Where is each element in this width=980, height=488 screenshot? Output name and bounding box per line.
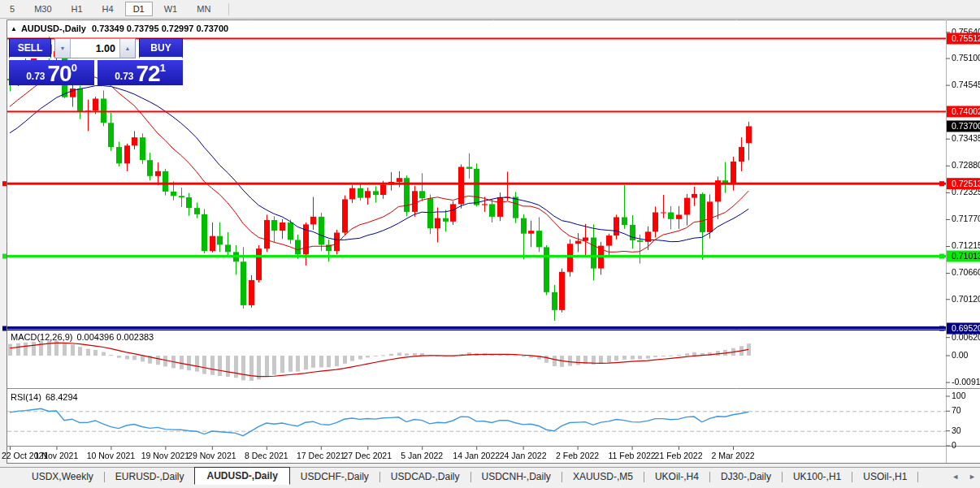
rsi-name: RSI(14) [11,392,41,402]
macd-values: 0.004396 0.002383 [76,332,154,342]
rsi-indicator-label: RSI(14)68.4294 [11,392,78,402]
buy-button[interactable]: BUY [139,38,183,58]
sell-price-prefix: 0.73 [26,68,45,84]
toolbar-divider [228,3,229,15]
symbol-tab-eurusd-daily[interactable]: EURUSD-,Daily [105,469,195,485]
timeframe-button-h1[interactable]: H1 [63,2,91,16]
symbol-tab-uk100-h1[interactable]: UK100-,H1 [783,469,852,485]
trade-panel-quote-row: 0.73 70 0 0.73 72 1 [9,60,183,85]
sell-price-display[interactable]: 0.73 70 0 [9,60,94,85]
symbol-tab-usdx-weekly[interactable]: USDX,Weekly [21,469,104,485]
tab-scroll-arrows: ◄ ► [952,473,976,481]
volume-increase-button[interactable]: ▲ [119,39,135,58]
rsi-value: 68.4294 [46,392,78,402]
sell-price-pips: 70 [47,63,71,84]
symbol-tab-usdcad-daily[interactable]: USDCAD-,Daily [380,469,470,485]
chart-title-marker-icon: ▲ [11,25,17,32]
buy-price-pips: 72 [136,63,159,84]
symbol-tab-audusd-daily[interactable]: AUDUSD-,Daily [194,467,289,485]
timeframe-button-mn[interactable]: MN [189,2,219,16]
chart-symbol-period: AUDUSD-,Daily [21,24,86,33]
volume-input[interactable] [71,39,119,58]
symbol-tab-usoil-h1[interactable]: USOil-,H1 [852,469,917,485]
timeframe-button-5[interactable]: 5 [2,2,23,16]
macd-name: MACD(12,26,9) [11,332,72,342]
timeframe-button-w1[interactable]: W1 [156,2,186,16]
symbol-tab-ukoil-h4[interactable]: UKOil-,H4 [644,469,709,485]
buy-price-pipette: 1 [160,63,166,74]
symbol-tab-usdcnh-daily[interactable]: USDCNH-,Daily [471,469,562,485]
timeframe-button-h4[interactable]: H4 [94,2,122,16]
volume-decrease-button[interactable]: ▼ [55,39,71,58]
symbol-tab-xauusd-m5[interactable]: XAUUSD-,M5 [562,469,644,485]
tab-scroll-right-button[interactable]: ► [969,473,976,481]
chart-ohlc-values: 0.73349 0.73795 0.72997 0.73700 [92,24,228,33]
timeframe-toolbar: 5M30H1H4D1W1MN [0,0,980,19]
trade-panel-top-row: SELL ▼ ▲ BUY [9,38,183,58]
buy-price-prefix: 0.73 [115,68,133,84]
symbol-tab-dj30-daily[interactable]: DJ30-,Daily [710,469,782,485]
symbol-tab-bar: USDX,WeeklyEURUSD-,DailyAUDUSD-,DailyUSD… [0,467,980,486]
buy-price-display[interactable]: 0.73 72 1 [98,60,183,85]
timeframe-button-d1[interactable]: D1 [125,2,153,16]
macd-indicator-label: MACD(12,26,9)0.004396 0.002383 [11,332,154,342]
volume-stepper: ▼ ▲ [54,38,136,58]
symbol-tab-usdchf-daily[interactable]: USDCHF-,Daily [290,469,379,485]
tab-scroll-left-button[interactable]: ◄ [952,473,959,481]
timeframe-button-m30[interactable]: M30 [26,2,59,16]
chart-title: ▲ AUDUSD-,Daily 0.73349 0.73795 0.72997 … [11,24,228,33]
sell-button[interactable]: SELL [9,38,51,58]
price-chart-canvas[interactable] [0,19,980,464]
tab-divider [917,472,918,482]
one-click-trading-panel: SELL ▼ ▲ BUY 0.73 70 0 0.73 72 1 [9,38,183,85]
sell-price-pipette: 0 [72,63,77,74]
